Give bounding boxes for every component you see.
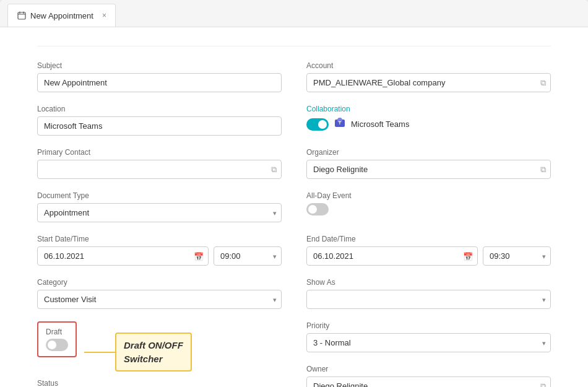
owner-link-icon[interactable]: ⧉ bbox=[540, 381, 546, 388]
account-input-wrap: ⧉ bbox=[306, 73, 551, 92]
all-day-event-toggle[interactable] bbox=[306, 203, 329, 215]
show-as-select[interactable]: Busy Free Out of Office bbox=[306, 290, 551, 309]
priority-select[interactable]: 1 - High 2 - Medium 3 - Normal 4 - Low bbox=[306, 333, 551, 352]
document-type-label: Document Type bbox=[37, 191, 282, 200]
start-time-select[interactable]: 09:00 09:30 10:00 10:30 bbox=[214, 246, 282, 266]
svg-text:T: T bbox=[339, 121, 342, 125]
document-type-select[interactable]: Appointment Meeting Task bbox=[37, 203, 282, 222]
start-time-wrap: 09:00 09:30 10:00 10:30 ▾ bbox=[214, 246, 282, 266]
draft-toggle-slider bbox=[46, 339, 68, 351]
status-label: Status bbox=[37, 379, 282, 387]
subject-group: Subject bbox=[37, 61, 282, 92]
category-select-wrap: Customer Visit Internal External ▾ bbox=[37, 290, 282, 309]
primary-contact-label: Primary Contact bbox=[37, 148, 282, 157]
collaboration-row: T Microsoft Teams bbox=[306, 116, 551, 132]
priority-label: Priority bbox=[306, 321, 551, 330]
svg-rect-0 bbox=[18, 12, 25, 19]
all-day-event-group: All-Day Event bbox=[306, 191, 551, 222]
tab-bar: New Appointment × bbox=[0, 0, 588, 27]
owner-input-wrap: ⧉ bbox=[306, 376, 551, 387]
end-datetime-label: End Date/Time bbox=[306, 235, 551, 243]
all-day-event-label: All-Day Event bbox=[306, 191, 551, 200]
primary-contact-input-wrap: ⧉ bbox=[37, 160, 282, 179]
draft-label: Draft bbox=[46, 328, 68, 336]
row-draft-priority: Draft Draft ON/OFFSwitcher bbox=[37, 321, 551, 387]
owner-label: Owner bbox=[306, 365, 551, 373]
category-label: Category bbox=[37, 278, 282, 287]
priority-group: Priority 1 - High 2 - Medium 3 - Normal … bbox=[306, 321, 551, 352]
document-type-select-wrap: Appointment Meeting Task ▾ bbox=[37, 203, 282, 222]
document-type-group: Document Type Appointment Meeting Task ▾ bbox=[37, 191, 282, 222]
tab-close-button[interactable]: × bbox=[102, 11, 106, 20]
end-datetime-group: End Date/Time 📅 09:00 09:30 10:00 10:30 bbox=[306, 235, 551, 266]
collaboration-toggle-slider bbox=[306, 118, 329, 131]
teams-label: Microsoft Teams bbox=[351, 120, 409, 129]
end-time-wrap: 09:00 09:30 10:00 10:30 ▾ bbox=[483, 246, 551, 266]
priority-select-wrap: 1 - High 2 - Medium 3 - Normal 4 - Low ▾ bbox=[306, 333, 551, 352]
callout-box: Draft ON/OFFSwitcher bbox=[115, 333, 192, 372]
primary-contact-group: Primary Contact ⧉ bbox=[37, 148, 282, 179]
form-divider bbox=[37, 46, 551, 46]
organizer-label: Organizer bbox=[306, 148, 551, 157]
tab-label: New Appointment bbox=[30, 11, 93, 20]
show-as-label: Show As bbox=[306, 278, 551, 287]
new-appointment-tab[interactable]: New Appointment × bbox=[7, 4, 116, 27]
location-label: Location bbox=[37, 105, 282, 113]
show-as-group: Show As Busy Free Out of Office ▾ bbox=[306, 278, 551, 309]
start-datetime-inputs: 📅 09:00 09:30 10:00 10:30 ▾ bbox=[37, 246, 282, 266]
teams-icon: T bbox=[334, 116, 346, 132]
form-body: Subject Account ⧉ Location Collaboration bbox=[0, 27, 588, 387]
subject-input-wrap bbox=[37, 73, 282, 92]
calendar-icon bbox=[17, 11, 27, 20]
organizer-group: Organizer ⧉ bbox=[306, 148, 551, 179]
row-start-end-datetime: Start Date/Time 📅 09:00 09:30 10:00 10:3… bbox=[37, 235, 551, 266]
organizer-input-wrap: ⧉ bbox=[306, 160, 551, 179]
app-window: New Appointment × Subject Account ⧉ bbox=[0, 0, 588, 387]
start-date-wrap: 📅 bbox=[37, 246, 209, 266]
start-date-input[interactable] bbox=[37, 246, 209, 266]
organizer-link-icon[interactable]: ⧉ bbox=[540, 165, 546, 175]
primary-contact-link-icon[interactable]: ⧉ bbox=[271, 165, 277, 175]
account-input[interactable] bbox=[306, 73, 551, 92]
row-doctype-allday: Document Type Appointment Meeting Task ▾… bbox=[37, 191, 551, 222]
row-subject-account: Subject Account ⧉ bbox=[37, 61, 551, 92]
subject-input[interactable] bbox=[37, 73, 282, 92]
all-day-toggle-slider bbox=[306, 203, 329, 215]
callout-text: Draft ON/OFFSwitcher bbox=[124, 340, 183, 364]
end-time-select[interactable]: 09:00 09:30 10:00 10:30 bbox=[483, 246, 551, 266]
row-location-collaboration: Location Collaboration T bbox=[37, 105, 551, 136]
owner-group: Owner ⧉ bbox=[306, 365, 551, 387]
primary-contact-input[interactable] bbox=[37, 160, 282, 179]
callout-line bbox=[84, 352, 115, 353]
show-as-select-wrap: Busy Free Out of Office ▾ bbox=[306, 290, 551, 309]
category-select[interactable]: Customer Visit Internal External bbox=[37, 290, 282, 309]
subject-label: Subject bbox=[37, 61, 282, 70]
collaboration-toggle[interactable] bbox=[306, 118, 329, 131]
start-datetime-label: Start Date/Time bbox=[37, 235, 282, 243]
start-datetime-group: Start Date/Time 📅 09:00 09:30 10:00 10:3… bbox=[37, 235, 282, 266]
account-link-icon[interactable]: ⧉ bbox=[540, 78, 546, 88]
status-group: Status Open bbox=[37, 379, 282, 387]
row-category-showas: Category Customer Visit Internal Externa… bbox=[37, 278, 551, 309]
draft-highlight-box: Draft bbox=[37, 321, 77, 357]
end-date-wrap: 📅 bbox=[306, 246, 478, 266]
collaboration-group: Collaboration T Microsoft Te bbox=[306, 105, 551, 136]
location-input[interactable] bbox=[37, 116, 282, 136]
end-datetime-inputs: 📅 09:00 09:30 10:00 10:30 ▾ bbox=[306, 246, 551, 266]
organizer-input[interactable] bbox=[306, 160, 551, 179]
all-day-toggle-wrapper bbox=[306, 203, 551, 215]
callout-wrapper: Draft ON/OFFSwitcher bbox=[84, 333, 192, 372]
row-contact-organizer: Primary Contact ⧉ Organizer ⧉ bbox=[37, 148, 551, 179]
owner-input[interactable] bbox=[306, 376, 551, 387]
end-date-input[interactable] bbox=[306, 246, 478, 266]
collaboration-label[interactable]: Collaboration bbox=[306, 105, 551, 113]
account-group: Account ⧉ bbox=[306, 61, 551, 92]
draft-toggle[interactable] bbox=[46, 339, 68, 351]
location-group: Location bbox=[37, 105, 282, 136]
account-label: Account bbox=[306, 61, 551, 70]
category-group: Category Customer Visit Internal Externa… bbox=[37, 278, 282, 309]
